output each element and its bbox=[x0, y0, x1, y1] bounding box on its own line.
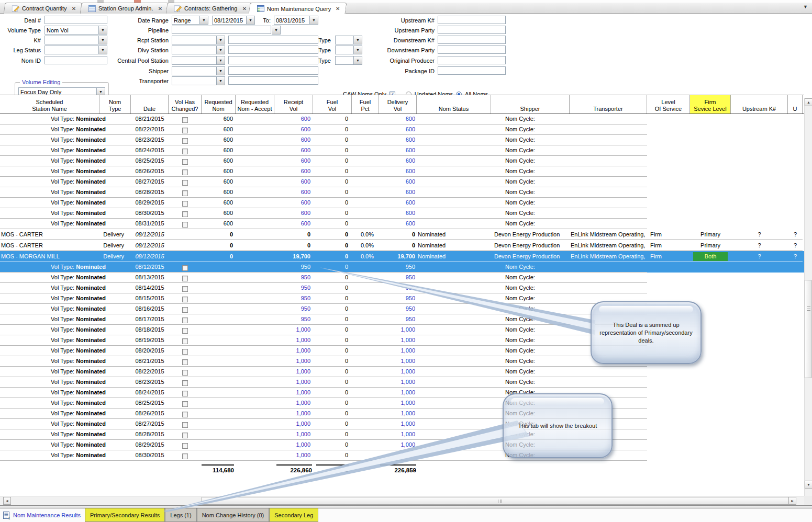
vol-type-detail-row[interactable]: Vol Type: Nominated08/28/20156006000600N… bbox=[0, 187, 804, 198]
column-header-nomtype[interactable]: Nom Type bbox=[99, 95, 131, 114]
rcpt-type-select[interactable]: ▼ bbox=[335, 36, 362, 44]
column-header-los[interactable]: Level Of Service bbox=[647, 95, 690, 114]
vol-changed-checkbox[interactable] bbox=[182, 317, 188, 323]
vol-changed-checkbox[interactable] bbox=[182, 190, 188, 196]
tab-station-group-admin[interactable]: Station Group Admin. ✕ bbox=[80, 3, 169, 14]
dropdown-arrow-icon[interactable]: ▼ bbox=[199, 16, 208, 24]
volume-type-select[interactable]: Nom Vol▼ bbox=[45, 26, 107, 35]
shipper-select[interactable]: ▼ bbox=[172, 66, 225, 75]
vol-changed-checkbox[interactable] bbox=[182, 380, 188, 386]
vol-type-detail-row[interactable]: Vol Type: Nominated08/31/20156006000600N… bbox=[0, 219, 804, 229]
vol-type-detail-row[interactable]: Vol Type: Nominated08/23/20156006000600N… bbox=[0, 135, 804, 145]
vol-changed-checkbox[interactable] bbox=[182, 276, 188, 281]
vol-changed-checkbox[interactable] bbox=[182, 180, 188, 186]
close-icon[interactable]: ✕ bbox=[336, 6, 340, 12]
vol-type-detail-row[interactable]: Vol Type: Nominated08/29/20156006000600N… bbox=[0, 198, 804, 208]
dropdown-arrow-icon[interactable]: ▼ bbox=[216, 77, 225, 85]
tab-nom-change-history[interactable]: Nom Change History (0) bbox=[197, 508, 270, 522]
dlvy-type-select[interactable]: ▼ bbox=[335, 46, 362, 54]
dropdown-arrow-icon[interactable]: ▼ bbox=[216, 67, 225, 75]
vol-type-detail-row[interactable]: Vol Type: Nominated08/22/20151,00001,000… bbox=[0, 367, 804, 377]
column-header-date[interactable]: Date bbox=[131, 95, 169, 114]
tab-nom-maintenance-results[interactable]: 1 Nom Maintenance Results bbox=[0, 508, 85, 522]
dropdown-arrow-icon[interactable]: ▼ bbox=[353, 46, 362, 54]
vol-changed-checkbox[interactable] bbox=[182, 412, 188, 417]
rcpt-station-select[interactable]: ▼ bbox=[172, 36, 225, 44]
upstream-party-input[interactable] bbox=[438, 26, 506, 34]
vol-changed-checkbox[interactable] bbox=[182, 138, 188, 144]
vol-type-detail-row[interactable]: Vol Type: Nominated08/25/20156006000600N… bbox=[0, 156, 804, 166]
vol-type-detail-row[interactable]: Vol Type: Nominated08/24/20156006000600N… bbox=[0, 145, 804, 156]
tab-legs[interactable]: Legs (1) bbox=[165, 508, 196, 522]
date-from-picker[interactable]: 08/12/2015▼ bbox=[212, 16, 255, 25]
rcpt-station-input[interactable] bbox=[228, 36, 318, 44]
tab-contracts-gathering[interactable]: Contracts: Gathering ✕ bbox=[166, 3, 253, 14]
vol-changed-checkbox[interactable] bbox=[182, 359, 188, 365]
dropdown-arrow-icon[interactable]: ▼ bbox=[353, 36, 362, 44]
close-icon[interactable]: ✕ bbox=[158, 6, 162, 12]
column-header-fsl[interactable]: Firm Sevice Level bbox=[690, 95, 731, 114]
vol-type-detail-row[interactable]: Vol Type: Nominated08/23/20151,00001,000… bbox=[0, 377, 804, 388]
vol-type-detail-row[interactable]: Vol Type: Nominated08/14/20159500950Nom … bbox=[0, 283, 804, 293]
tab-secondary-leg[interactable]: Secondary Leg bbox=[269, 508, 318, 522]
dropdown-arrow-icon[interactable]: ▼ bbox=[309, 16, 318, 24]
column-header-rec[interactable]: Receipt Vol bbox=[274, 95, 313, 114]
dropdown-arrow-icon[interactable]: ▼ bbox=[216, 56, 225, 64]
dropdown-arrow-icon[interactable]: ▼ bbox=[216, 36, 225, 44]
vol-changed-checkbox[interactable] bbox=[182, 117, 188, 123]
vol-type-detail-row[interactable]: Vol Type: Nominated08/26/20156006000600N… bbox=[0, 166, 804, 177]
dlvy-station-input[interactable] bbox=[228, 46, 318, 54]
vol-type-detail-row[interactable]: Vol Type: Nominated08/22/20156006000600N… bbox=[0, 124, 804, 135]
vertical-scroll-thumb[interactable] bbox=[805, 280, 811, 378]
station-summary-row[interactable]: MOS - CARTERDelivery08/12/20150000.0%0No… bbox=[0, 229, 804, 240]
k-number-select[interactable]: ▼ bbox=[45, 36, 107, 44]
central-pool-select[interactable]: ▼ bbox=[172, 56, 225, 65]
vol-changed-checkbox[interactable] bbox=[182, 338, 188, 344]
vol-changed-checkbox[interactable] bbox=[182, 443, 188, 449]
transporter-select[interactable]: ▼ bbox=[172, 76, 225, 85]
column-header-chg[interactable]: Vol Has Changed? bbox=[169, 95, 202, 114]
vol-changed-checkbox[interactable] bbox=[182, 128, 188, 133]
vol-changed-checkbox[interactable] bbox=[182, 201, 188, 207]
vol-type-detail-row[interactable]: Vol Type: Nominated08/29/20151,00001,000… bbox=[0, 440, 804, 450]
downstream-party-input[interactable] bbox=[438, 46, 506, 54]
dropdown-arrow-icon[interactable]: ▼ bbox=[216, 46, 225, 54]
scroll-right-button[interactable]: ► bbox=[788, 497, 796, 505]
tab-contract-quantity[interactable]: Contract Quantity ✕ bbox=[4, 3, 83, 14]
vol-changed-checkbox[interactable] bbox=[182, 149, 188, 154]
vol-type-detail-row[interactable]: Vol Type: Nominated08/26/20151,00001,000… bbox=[0, 408, 804, 419]
column-header-req[interactable]: Requested Nom bbox=[202, 95, 236, 114]
vol-changed-checkbox[interactable] bbox=[182, 211, 188, 217]
tab-primary-secondary-results[interactable]: Primary/Secondary Results bbox=[85, 508, 165, 522]
station-summary-row[interactable]: MOS - CARTERDelivery08/12/20150000.0%0No… bbox=[0, 240, 804, 251]
dropdown-arrow-icon[interactable]: ▼ bbox=[353, 56, 362, 64]
vol-changed-checkbox[interactable] bbox=[182, 159, 188, 165]
vol-type-detail-row[interactable]: Vol Type: Nominated08/24/20151,00001,000… bbox=[0, 388, 804, 398]
shipper-input[interactable] bbox=[228, 66, 318, 75]
column-header-shipper[interactable]: Shipper bbox=[491, 95, 570, 114]
vol-type-detail-row[interactable]: Vol Type: Nominated08/27/20156006000600N… bbox=[0, 177, 804, 187]
horizontal-scroll-thumb[interactable] bbox=[202, 497, 794, 505]
vol-changed-checkbox[interactable] bbox=[182, 286, 188, 292]
horizontal-scrollbar[interactable]: ◄ ► bbox=[0, 496, 804, 505]
vertical-scrollbar[interactable]: ▲ ▼ bbox=[804, 98, 812, 496]
vol-changed-checkbox[interactable] bbox=[182, 222, 188, 228]
vol-changed-checkbox[interactable] bbox=[182, 307, 188, 313]
station-summary-row[interactable]: MOS - MORGAN MILLDelivery08/12/2015019,7… bbox=[0, 251, 804, 262]
vol-changed-checkbox[interactable] bbox=[182, 453, 188, 459]
central-pool-input[interactable] bbox=[228, 56, 318, 64]
vol-changed-checkbox[interactable] bbox=[182, 401, 188, 407]
dlvy-station-select[interactable]: ▼ bbox=[172, 46, 225, 54]
vol-changed-checkbox[interactable] bbox=[182, 328, 188, 334]
column-header-upk[interactable]: Upstream K# bbox=[731, 95, 788, 114]
close-icon[interactable]: ✕ bbox=[242, 6, 246, 12]
scroll-down-button[interactable]: ▼ bbox=[805, 481, 812, 489]
transporter-input[interactable] bbox=[228, 76, 318, 85]
tab-overflow-icon[interactable]: ▼ bbox=[803, 4, 808, 9]
close-icon[interactable]: ✕ bbox=[72, 6, 76, 12]
vol-changed-checkbox[interactable] bbox=[182, 169, 188, 175]
vol-changed-checkbox[interactable] bbox=[182, 433, 188, 438]
scroll-up-button[interactable]: ▲ bbox=[805, 98, 812, 106]
scroll-left-button[interactable]: ◄ bbox=[3, 497, 11, 505]
deal-input[interactable] bbox=[45, 16, 107, 24]
